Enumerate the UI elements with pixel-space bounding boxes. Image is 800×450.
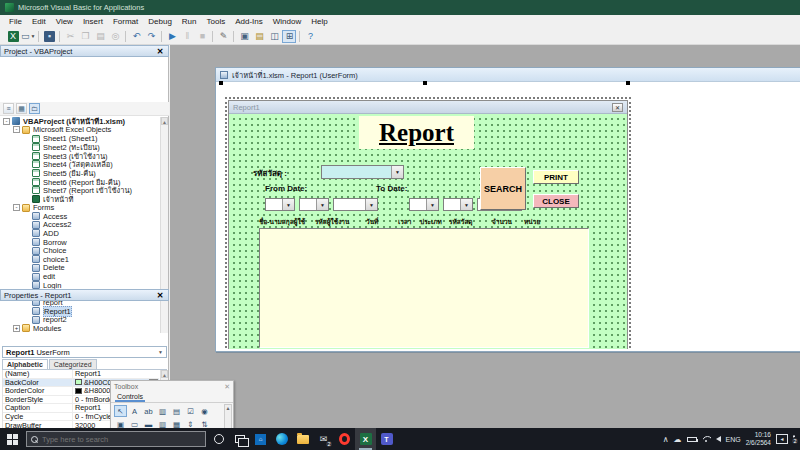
designer-child-window[interactable]: เจ้าหน้าที่1.xlsm - Report1 (UserForm) R…	[215, 67, 800, 352]
help-icon[interactable]: ?	[303, 30, 317, 43]
material-code-label[interactable]: รหัสวัสดุ :	[253, 167, 287, 180]
tree-item-forms[interactable]: -Forms	[0, 203, 161, 212]
from-year-combobox[interactable]: ▼	[333, 198, 378, 211]
from-month-combobox[interactable]: ▼	[299, 198, 329, 211]
cut-icon[interactable]: ✂	[63, 30, 77, 43]
selection-handle[interactable]	[219, 81, 223, 85]
material-code-combobox[interactable]: ▼	[321, 165, 404, 179]
tree-item-access[interactable]: Access	[0, 212, 161, 221]
run-icon[interactable]: ▶	[165, 30, 179, 43]
file-explorer-button[interactable]	[292, 428, 313, 450]
network-icon[interactable]	[702, 436, 711, 443]
opera-button[interactable]	[334, 428, 355, 450]
tree-item-sheet7-report[interactable]: Sheet7 (Report เข้าใช้งาน)	[0, 186, 161, 195]
selection-handle[interactable]	[423, 81, 427, 85]
view-excel-icon[interactable]: X	[6, 30, 20, 43]
menu-item-tools[interactable]: Tools	[202, 16, 231, 27]
tree-item-add[interactable]: ADD	[0, 229, 161, 238]
menu-item-edit[interactable]: Edit	[27, 16, 51, 27]
chevron-down-icon[interactable]: ▼	[282, 199, 294, 210]
tab-categorized[interactable]: Categorized	[49, 359, 97, 369]
properties-window-icon[interactable]: ▤	[252, 30, 266, 43]
toolbox-titlebar[interactable]: Toolbox ✕	[111, 381, 233, 392]
tree-item-borrow[interactable]: Borrow	[0, 238, 161, 247]
collapse-icon[interactable]: -	[3, 118, 10, 125]
expand-icon[interactable]: +	[13, 325, 20, 332]
find-icon[interactable]: ◎	[108, 30, 122, 43]
textbox-icon[interactable]: ab	[142, 405, 155, 417]
start-button[interactable]	[0, 428, 25, 450]
hidden-icons-chevron-icon[interactable]: ∧	[663, 435, 669, 444]
tree-item-edit[interactable]: edit	[0, 272, 161, 281]
copy-icon[interactable]: ❐	[78, 30, 92, 43]
store-button[interactable]: ⌂	[250, 428, 271, 450]
tree-item-delete[interactable]: Delete	[0, 264, 161, 273]
listbox-icon[interactable]: ▤	[170, 405, 183, 417]
userform-design-window[interactable]: Report1 ✕ Report รหัสวัสดุ : ▼ From Date…	[228, 100, 628, 349]
userform-close-icon[interactable]: ✕	[612, 103, 623, 112]
from-date-label[interactable]: From Date:	[265, 184, 307, 193]
object-browser-icon[interactable]: ◫	[267, 30, 281, 43]
taskbar-clock[interactable]: 10:16 2/6/2564	[746, 431, 771, 447]
tree-item-choice1[interactable]: choice1	[0, 255, 161, 264]
checkbox-icon[interactable]: ☑	[184, 405, 197, 417]
view-code-icon[interactable]: ≡	[3, 103, 14, 114]
close-icon[interactable]: ✕	[155, 291, 165, 300]
tree-item-report2[interactable]: report2	[0, 315, 161, 324]
collapse-icon[interactable]: -	[13, 204, 20, 211]
to-date-label[interactable]: To Date:	[376, 184, 407, 193]
insert-userform-icon[interactable]: ▭▼	[21, 30, 35, 43]
select-pointer-icon[interactable]: ↖	[114, 405, 127, 417]
tree-item-choice[interactable]: Choice	[0, 246, 161, 255]
to-day-combobox[interactable]: ▼	[409, 198, 439, 211]
print-button[interactable]: PRINT	[533, 170, 579, 184]
tree-item-access2[interactable]: Access2	[0, 221, 161, 230]
mail-button[interactable]: ✉2	[313, 428, 334, 450]
onedrive-cloud-icon[interactable]: ☁	[674, 435, 682, 444]
toggle-folders-icon[interactable]: 🗀	[29, 103, 40, 114]
label-icon[interactable]: A	[128, 405, 141, 417]
menu-item-view[interactable]: View	[51, 16, 78, 27]
close-button[interactable]: CLOSE	[533, 194, 579, 208]
toolbox-controls-tab[interactable]: Controls	[111, 392, 233, 403]
view-object-icon[interactable]: ▦	[16, 103, 27, 114]
redo-icon[interactable]: ↷	[144, 30, 158, 43]
menu-item-debug[interactable]: Debug	[143, 16, 177, 27]
report-title-label[interactable]: Report	[359, 116, 474, 149]
design-mode-icon[interactable]: ✎	[216, 30, 230, 43]
userform-canvas[interactable]: Report รหัสวัสดุ : ▼ From Date: To Date:…	[229, 114, 627, 349]
taskbar-search-input[interactable]	[42, 435, 182, 444]
tree-item-microsoft-excel-objects[interactable]: -Microsoft Excel Objects	[0, 126, 161, 135]
chevron-down-icon[interactable]: ▼	[316, 199, 328, 210]
optionbutton-icon[interactable]: ◉	[198, 405, 211, 417]
battery-icon[interactable]	[687, 437, 697, 442]
menu-item-run[interactable]: Run	[177, 16, 202, 27]
toolbox-window[interactable]: Toolbox ✕ Controls ↖Aab▥▤☑◉▣▭▬▥▦⇕⇅ ▲	[110, 380, 234, 435]
volume-icon[interactable]	[716, 436, 721, 442]
collapse-icon[interactable]: -	[13, 126, 20, 133]
paste-icon[interactable]: ▤	[93, 30, 107, 43]
toolbox-icon[interactable]: ⊞	[282, 30, 296, 43]
menu-item-help[interactable]: Help	[306, 16, 332, 27]
properties-object-dropdown[interactable]: Report1 UserForm ▼	[2, 346, 167, 358]
tree-item-vbaproject-1-xlsm[interactable]: -VBAProject (เจ้าหน้าที่1.xlsm)	[0, 117, 161, 126]
undo-icon[interactable]: ↶	[129, 30, 143, 43]
selection-handle[interactable]	[626, 81, 630, 85]
designer-child-titlebar[interactable]: เจ้าหน้าที่1.xlsm - Report1 (UserForm)	[216, 68, 800, 82]
chevron-down-icon[interactable]: ▼	[365, 199, 377, 210]
save-icon[interactable]: ▪	[42, 30, 56, 43]
excel-button[interactable]: X	[355, 428, 376, 450]
userform-titlebar[interactable]: Report1 ✕	[229, 101, 627, 114]
menu-item-insert[interactable]: Insert	[78, 16, 108, 27]
tree-item-modules[interactable]: +Modules	[0, 324, 161, 333]
break-icon[interactable]: ‖	[180, 30, 194, 43]
task-view-button[interactable]	[229, 428, 250, 450]
chevron-down-icon[interactable]: ▼	[391, 166, 403, 178]
to-month-combobox[interactable]: ▼	[443, 198, 473, 211]
chevron-down-icon[interactable]: ▼	[31, 34, 36, 39]
reset-icon[interactable]: ■	[195, 30, 209, 43]
close-icon[interactable]: ✕	[155, 47, 165, 56]
taskbar-search[interactable]	[26, 431, 206, 447]
close-icon[interactable]: ✕	[224, 383, 230, 391]
tab-alphabetic[interactable]: Alphabetic	[2, 359, 48, 369]
